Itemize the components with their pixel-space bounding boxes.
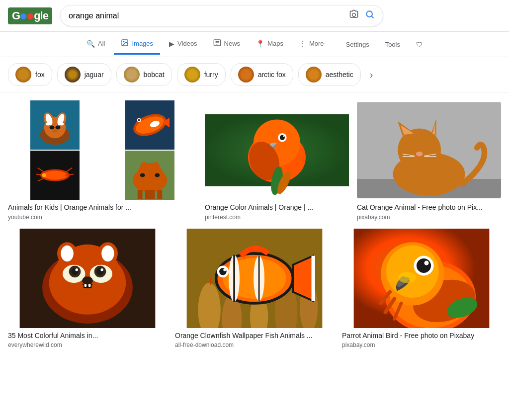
search-bar [60,5,383,26]
svg-rect-43 [157,190,162,199]
safesearch-icon[interactable]: 🛡 [409,36,429,53]
settings-link[interactable]: Settings [339,36,376,53]
result-clownfish-image [175,229,334,328]
result-colorful-animals-title: 35 Most Colorful Animals in... [8,331,167,341]
chip-arctic-fox-thumbnail [238,67,254,83]
svg-point-19 [46,123,50,126]
news-icon [213,39,221,48]
chip-fox-thumbnail [15,67,31,83]
svg-rect-40 [138,190,143,199]
chip-fox-label: fox [35,71,45,79]
chip-aesthetic-label: aesthetic [326,71,353,79]
svg-point-25 [138,119,140,121]
tab-maps[interactable]: 📍 Maps [249,35,290,54]
result-cat-orange-source: pixabay.com [357,214,501,221]
header: Ggle [0,0,509,32]
videos-icon: ▶ [169,40,174,48]
tab-videos[interactable]: ▶ Videos [162,35,204,54]
tab-all[interactable]: 🔍 All [80,35,112,54]
svg-point-82 [101,245,114,261]
result-parrot-bird[interactable]: Parrot Animal Bird - Free photo on Pixab… [342,229,501,349]
chip-fox[interactable]: fox [8,63,52,86]
chip-jaguar-label: jaguar [85,71,104,79]
chips-next-arrow[interactable]: › [368,67,375,83]
more-icon: ⋮ [299,40,306,48]
chip-bobcat-label: bobcat [144,71,165,79]
svg-point-47 [155,173,160,177]
result-animals-kids-title: Animals for Kids | Orange Animals for ..… [8,203,197,213]
result-colorful-animals-image [8,229,167,328]
result-clownfish[interactable]: Orange Clownfish Wallpaper Fish Animals … [175,229,334,349]
chip-bobcat[interactable]: bobcat [116,63,172,86]
collage-cell-shrimp [8,151,102,200]
all-icon: 🔍 [86,40,95,48]
svg-point-44 [140,162,148,174]
svg-point-17 [55,125,60,129]
svg-point-18 [53,129,58,132]
svg-point-20 [60,123,64,126]
result-clownfish-title: Orange Clownfish Wallpaper Fish Animals … [175,331,334,341]
svg-point-81 [61,245,73,261]
chip-furry[interactable]: furry [177,63,226,86]
chip-aesthetic[interactable]: aesthetic [298,63,361,86]
chip-arctic-fox[interactable]: arctic fox [231,63,293,86]
chip-furry-label: furry [204,71,218,79]
svg-point-0 [352,13,356,17]
tab-news[interactable]: News [206,34,248,55]
result-colorful-animals-source: everywherewild.com [8,341,167,348]
svg-point-90 [100,268,103,271]
chip-jaguar[interactable]: jaguar [57,63,111,86]
chip-arctic-fox-label: arctic fox [258,71,286,79]
result-parrot-bird-title: Parrot Animal Bird - Free photo on Pixab… [342,331,501,341]
result-orange-color-title: Orange Color Animals | Orange | ... [205,203,349,213]
svg-point-46 [140,173,145,177]
image-grid-row2: 35 Most Colorful Animals in... everywher… [0,229,509,357]
svg-point-30 [43,171,68,180]
svg-point-36 [42,173,46,177]
camera-icon[interactable] [349,9,359,22]
tab-images[interactable]: Images [114,34,160,55]
result-animals-kids-source: youtube.com [8,214,197,221]
svg-rect-94 [88,284,91,287]
svg-point-113 [223,268,226,271]
result-animals-kids[interactable]: Animals for Kids | Orange Animals for ..… [8,100,197,221]
google-logo[interactable]: Ggle [8,7,52,24]
nav-tabs: 🔍 All Images ▶ Videos News 📍 Maps [0,32,509,57]
search-button[interactable] [365,9,375,22]
svg-point-54 [283,135,284,137]
result-cat-orange-image [357,100,501,200]
filter-bar: fox jaguar bobcat furry arctic fox aesth… [0,57,509,92]
chip-aesthetic-thumbnail [306,67,322,83]
chip-furry-thumbnail [184,67,200,83]
maps-icon: 📍 [256,40,264,48]
collage-image [8,100,197,200]
image-grid-row1: Animals for Kids | Orange Animals for ..… [0,92,509,229]
svg-point-4 [123,41,124,42]
svg-rect-42 [150,190,155,199]
result-colorful-animals[interactable]: 35 Most Colorful Animals in... everywher… [8,229,167,349]
tab-more[interactable]: ⋮ More [292,35,331,54]
chip-bobcat-thumbnail [124,67,140,83]
result-parrot-bird-source: pixabay.com [342,341,501,348]
search-input[interactable] [69,11,349,20]
collage-cell-cow [103,151,197,200]
result-orange-color-image [205,100,349,200]
result-clownfish-source: all-free-download.com [175,341,334,348]
search-icons [349,9,375,22]
result-parrot-bird-image [342,229,501,328]
svg-point-1 [366,11,372,17]
svg-point-16 [50,125,55,129]
result-cat-orange[interactable]: Cat Orange Animal - Free photo on Pix...… [357,100,501,221]
svg-point-122 [417,258,431,273]
svg-point-91 [82,276,93,284]
svg-point-70 [416,152,423,157]
result-orange-color[interactable]: Orange Color Animals | Orange | ... pint… [205,100,349,221]
svg-point-123 [424,260,428,265]
collage-cell-fish [103,100,197,150]
collage-cell-fox [8,100,102,150]
svg-point-45 [152,162,160,174]
result-cat-orange-title: Cat Orange Animal - Free photo on Pix... [357,203,501,213]
chip-jaguar-thumbnail [65,67,81,83]
svg-point-87 [75,268,78,271]
tools-link[interactable]: Tools [378,36,407,53]
